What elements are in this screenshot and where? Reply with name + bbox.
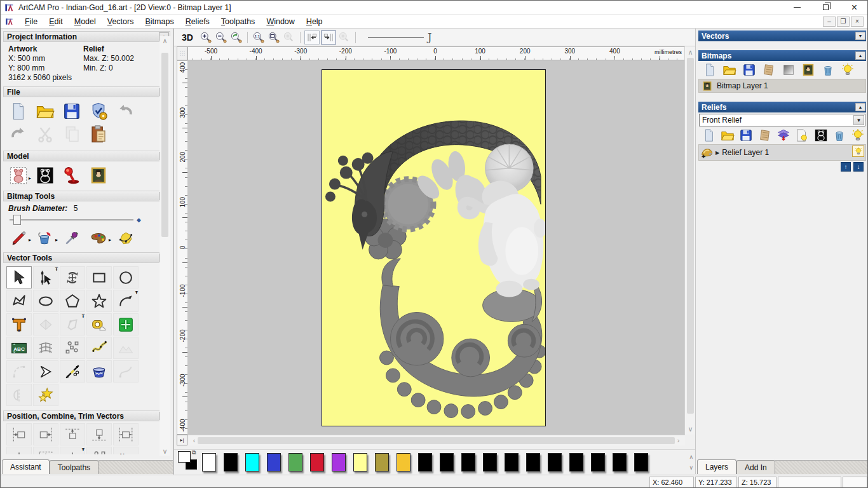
move-layer-down-button[interactable]: ↓ <box>853 162 864 172</box>
greyscale-icon[interactable] <box>778 62 798 78</box>
fit-spline-tool[interactable] <box>86 337 112 359</box>
scrollbar-thumb[interactable] <box>161 53 168 237</box>
align-right-tool[interactable] <box>33 423 58 445</box>
palette-swatch[interactable] <box>267 453 281 471</box>
dropdown-arrow-icon[interactable]: ▼ <box>853 115 864 125</box>
palette-swatch[interactable] <box>440 453 454 471</box>
create-rectangle-tool[interactable] <box>86 266 112 288</box>
palette-swatch[interactable] <box>483 453 497 471</box>
fillet-tool[interactable] <box>113 360 139 383</box>
zoom-out-icon[interactable] <box>214 30 229 45</box>
menu-model[interactable]: Model <box>69 16 102 27</box>
center-horizontally-tool[interactable] <box>113 423 139 445</box>
palette-swatch[interactable] <box>526 453 540 471</box>
scroll-down-icon[interactable]: ∨ <box>685 424 696 433</box>
align-top-tool[interactable] <box>60 423 85 445</box>
simplify-vectors-tool[interactable] <box>113 337 139 359</box>
copy-vectors-tool[interactable] <box>33 384 58 406</box>
invert-model-icon[interactable] <box>32 164 58 187</box>
tab-toolpaths[interactable]: Toolpaths <box>50 460 98 474</box>
create-vector-text-tool[interactable] <box>6 313 32 336</box>
palette-swatch[interactable] <box>245 453 259 471</box>
assistant-scrollbar[interactable]: ∧ ∨ <box>159 36 170 456</box>
new-relief-layer-icon[interactable] <box>700 128 718 143</box>
palette-swatch[interactable] <box>332 453 346 471</box>
delete-bitmap-layer-icon[interactable] <box>818 62 837 78</box>
palette-swatch[interactable] <box>461 453 475 471</box>
child-minimize-button[interactable]: – <box>823 17 836 27</box>
colour-palette-tool[interactable]: ▸ <box>86 228 111 248</box>
primary-colour-swatch[interactable] <box>178 451 191 463</box>
scrollbar-thumb[interactable] <box>687 58 694 414</box>
zoom-previous-icon[interactable] <box>229 30 244 45</box>
palette-swatch[interactable] <box>505 453 519 471</box>
move-layer-up-button[interactable]: ↑ <box>841 162 851 172</box>
close-button[interactable]: × <box>840 1 868 14</box>
texture-relief-icon[interactable] <box>759 62 778 78</box>
snap-left-button[interactable] <box>304 30 320 44</box>
copy-icon[interactable] <box>59 123 85 146</box>
slider-handle[interactable] <box>13 215 21 225</box>
collapse-section-button[interactable]: ▲ <box>855 103 865 111</box>
bitmap-to-vector-tool[interactable] <box>112 228 138 248</box>
open-bitmap-layer-icon[interactable] <box>719 62 739 78</box>
palette-swatch[interactable] <box>224 453 238 471</box>
brush-diameter-slider[interactable]: ◆ <box>8 214 165 226</box>
canvas-horizontal-scrollbar[interactable]: ‹ › <box>187 435 685 445</box>
palette-swatch[interactable] <box>397 453 410 471</box>
center-in-page-tool[interactable] <box>33 447 58 454</box>
canvas-vertical-scrollbar[interactable]: ∧ ∨ <box>684 46 695 435</box>
create-polyline-tool[interactable] <box>6 290 32 312</box>
relief-visibility-button[interactable] <box>852 146 864 157</box>
child-restore-button[interactable]: ❐ <box>837 17 850 27</box>
create-polygon-tool[interactable] <box>60 290 85 312</box>
menu-edit[interactable]: Edit <box>43 16 69 27</box>
primary-secondary-colour-indicator[interactable]: ⧉ <box>178 451 200 474</box>
ruler-corner-button[interactable] <box>177 46 187 60</box>
open-model-icon[interactable] <box>32 100 58 123</box>
lighting-options-icon[interactable] <box>59 164 85 187</box>
tab-assistant[interactable]: Assistant <box>2 459 50 474</box>
save-bitmap-layer-icon[interactable] <box>739 62 759 78</box>
snap-right-button[interactable] <box>321 30 336 44</box>
model-page[interactable] <box>322 69 546 426</box>
pick-colour-tool[interactable] <box>59 228 85 248</box>
offset-vectors-tool[interactable]: Ŧ <box>60 313 85 336</box>
palette-swatch[interactable] <box>591 453 605 471</box>
palette-swatch[interactable] <box>634 453 648 471</box>
align-bottom-tool[interactable] <box>86 423 112 445</box>
measure-tool[interactable] <box>86 313 112 336</box>
trim-vectors-tool[interactable] <box>60 360 85 383</box>
menu-window[interactable]: Window <box>261 16 300 27</box>
flood-fill-tool[interactable]: ▸ <box>32 228 58 248</box>
palette-swatch[interactable] <box>353 453 367 471</box>
palette-swatch[interactable] <box>288 453 302 471</box>
mirror-vectors-tool[interactable] <box>6 384 32 406</box>
menu-file[interactable]: File <box>19 16 43 27</box>
bitmap-preview-icon[interactable] <box>798 62 818 78</box>
palette-swatch[interactable] <box>569 453 583 471</box>
ruler-origin-button[interactable]: ▸| <box>177 435 187 445</box>
create-star-tool[interactable] <box>86 290 112 312</box>
create-circle-tool[interactable] <box>113 266 139 288</box>
minimize-button[interactable] <box>783 1 811 14</box>
toggle-visibility-icon[interactable] <box>837 62 857 78</box>
create-ellipse-tool[interactable] <box>33 290 58 312</box>
restore-button[interactable] <box>811 1 840 14</box>
scrollbar-thumb[interactable] <box>198 437 675 444</box>
render-preview-icon[interactable] <box>337 30 352 45</box>
palette-scroll[interactable]: ∧ ∨ <box>689 454 693 471</box>
canvas-viewport[interactable] <box>187 60 685 435</box>
child-close-button[interactable]: × <box>851 17 864 27</box>
node-editing-tool[interactable]: Ŧ <box>33 266 58 288</box>
scatter-copies-tool[interactable] <box>86 447 112 454</box>
nesting-tool[interactable] <box>113 447 139 454</box>
palette-swatch[interactable] <box>548 453 562 471</box>
palette-swatch[interactable] <box>375 453 389 471</box>
select-vectors-tool[interactable] <box>6 266 32 288</box>
vector-doctor-tool[interactable] <box>113 313 139 336</box>
bitmap-layer-row[interactable]: Bitmap Layer 1 <box>698 79 866 93</box>
tab-layers[interactable]: Layers <box>697 459 736 474</box>
transform-vectors-tool[interactable] <box>60 266 85 288</box>
wrap-text-tool[interactable] <box>33 313 58 336</box>
